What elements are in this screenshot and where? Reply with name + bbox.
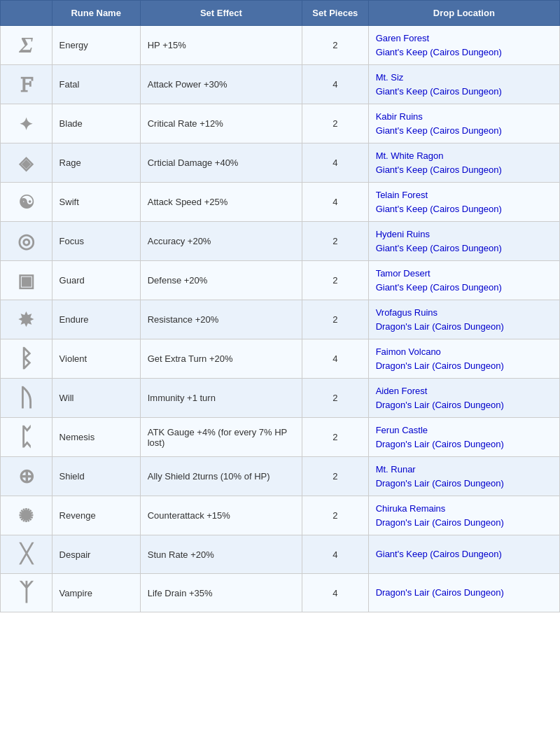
- location-text: Giant's Keep (Cairos Dungeon): [376, 124, 552, 138]
- rune-name: Nemesis: [52, 418, 140, 457]
- rune-icon: ᛈ: [19, 424, 33, 450]
- rune-icon-cell: Ⅎ: [1, 65, 52, 104]
- drop-location: Garen ForestGiant's Keep (Cairos Dungeon…: [368, 26, 559, 65]
- rune-icon: ✦: [19, 115, 33, 134]
- location-text: Dragon's Lair (Cairos Dungeon): [376, 320, 552, 334]
- set-effect: Attack Power +30%: [140, 65, 302, 104]
- rune-icon-cell: ✸: [1, 300, 52, 339]
- set-effect: Critical Rate +12%: [140, 104, 302, 143]
- drop-location: Kabir RuinsGiant's Keep (Cairos Dungeon): [368, 104, 559, 143]
- table-row: ✦BladeCritical Rate +12%2Kabir RuinsGian…: [1, 104, 560, 143]
- rune-name: Focus: [52, 222, 140, 261]
- table-row: ᛒViolentGet Extra Turn +20%4Faimon Volca…: [1, 339, 560, 379]
- set-effect: ATK Gauge +4% (for every 7% HP lost): [140, 418, 302, 457]
- drop-location: Dragon's Lair (Cairos Dungeon): [368, 574, 559, 612]
- table-row: ◈RageCrticial Damage +40%4Mt. White Rago…: [1, 143, 560, 183]
- drop-location: Giant's Keep (Cairos Dungeon): [368, 535, 559, 574]
- rune-icon-cell: ⊕: [1, 457, 52, 496]
- rune-icon-cell: ✦: [1, 104, 52, 143]
- location-text: Giant's Keep (Cairos Dungeon): [376, 85, 552, 99]
- rune-name: Endure: [52, 300, 140, 339]
- set-pieces: 2: [302, 300, 369, 339]
- location-text: Mt. Runar: [376, 463, 552, 477]
- rune-icon: ◎: [18, 230, 34, 252]
- set-pieces: 4: [302, 339, 369, 379]
- set-effect: Life Drain +35%: [140, 574, 302, 612]
- table-header-row: Rune Name Set Effect Set Pieces Drop Loc…: [1, 1, 560, 26]
- rune-icon-cell: ᛒ: [1, 339, 52, 379]
- rune-icon: ᚷ: [19, 541, 33, 567]
- set-effect: Ally Shield 2turns (10% of HP): [140, 457, 302, 496]
- drop-location: Mt. White RagonGiant's Keep (Cairos Dung…: [368, 143, 559, 183]
- location-text: Mt. Siz: [376, 71, 552, 85]
- rune-icon: ✺: [18, 505, 34, 526]
- rune-icon: ᛒ: [19, 346, 33, 372]
- set-pieces: 2: [302, 104, 369, 143]
- rune-icon-cell: ᚢ: [1, 379, 52, 418]
- rune-name: Guard: [52, 261, 140, 300]
- table-row: ⊕ShieldAlly Shield 2turns (10% of HP)2Mt…: [1, 457, 560, 496]
- table-row: ✸EndureResistance +20%2Vrofagus RuinsDra…: [1, 300, 560, 339]
- rune-icon-cell: ᛈ: [1, 418, 52, 457]
- table-row: ᚢWillImmunity +1 turn2Aiden ForestDragon…: [1, 379, 560, 418]
- rune-icon-cell: ᛉ: [1, 574, 52, 612]
- set-effect: HP +15%: [140, 26, 302, 65]
- rune-name: Fatal: [52, 65, 140, 104]
- set-pieces: 4: [302, 65, 369, 104]
- set-effect: Immunity +1 turn: [140, 379, 302, 418]
- set-pieces: 4: [302, 143, 369, 183]
- drop-location: Ferun CastleDragon's Lair (Cairos Dungeo…: [368, 418, 559, 457]
- rune-name: Rage: [52, 143, 140, 183]
- set-pieces: 2: [302, 379, 369, 418]
- rune-icon-cell: ◈: [1, 143, 52, 183]
- location-text: Tamor Desert: [376, 267, 552, 281]
- rune-icon: Σ: [19, 32, 33, 57]
- set-pieces: 2: [302, 222, 369, 261]
- set-effect: Crticial Damage +40%: [140, 143, 302, 183]
- drop-location: Mt. SizGiant's Keep (Cairos Dungeon): [368, 65, 559, 104]
- set-pieces: 2: [302, 418, 369, 457]
- header-drop-location: Drop Location: [368, 1, 559, 26]
- set-effect: Counterattack +15%: [140, 496, 302, 535]
- location-text: Chiruka Remains: [376, 502, 552, 516]
- rune-name: Swift: [52, 183, 140, 222]
- table-row: ℲFatalAttack Power +30%4Mt. SizGiant's K…: [1, 65, 560, 104]
- set-pieces: 2: [302, 261, 369, 300]
- table-row: ▣GuardDefense +20%2Tamor DesertGiant's K…: [1, 261, 560, 300]
- rune-icon: ◈: [19, 153, 33, 174]
- header-icon: [1, 1, 52, 26]
- drop-location: Chiruka RemainsDragon's Lair (Cairos Dun…: [368, 496, 559, 535]
- rune-name: Despair: [52, 535, 140, 574]
- drop-location: Faimon VolcanoDragon's Lair (Cairos Dung…: [368, 339, 559, 379]
- set-effect: Defense +20%: [140, 261, 302, 300]
- location-text: Garen Forest: [376, 31, 552, 45]
- set-pieces: 4: [302, 574, 369, 612]
- set-effect: Stun Rate +20%: [140, 535, 302, 574]
- table-row: ᛉVampireLife Drain +35%4Dragon's Lair (C…: [1, 574, 560, 612]
- rune-icon: Ⅎ: [20, 73, 33, 96]
- location-text: Giant's Keep (Cairos Dungeon): [376, 45, 552, 59]
- header-rune-name: Rune Name: [52, 1, 140, 26]
- rune-icon-cell: Σ: [1, 26, 52, 65]
- location-text: Dragon's Lair (Cairos Dungeon): [376, 586, 552, 600]
- set-pieces: 2: [302, 26, 369, 65]
- location-text: Giant's Keep (Cairos Dungeon): [376, 241, 552, 255]
- rune-name: Blade: [52, 104, 140, 143]
- rune-name: Energy: [52, 26, 140, 65]
- drop-location: Hydeni RuinsGiant's Keep (Cairos Dungeon…: [368, 222, 559, 261]
- location-text: Dragon's Lair (Cairos Dungeon): [376, 398, 552, 412]
- set-effect: Accuracy +20%: [140, 222, 302, 261]
- set-effect: Get Extra Turn +20%: [140, 339, 302, 379]
- table-row: ☯SwiftAttack Speed +25%4Telain ForestGia…: [1, 183, 560, 222]
- location-text: Giant's Keep (Cairos Dungeon): [376, 547, 552, 561]
- rune-icon-cell: ✺: [1, 496, 52, 535]
- location-text: Dragon's Lair (Cairos Dungeon): [376, 477, 552, 491]
- rune-name: Will: [52, 379, 140, 418]
- location-text: Dragon's Lair (Cairos Dungeon): [376, 516, 552, 530]
- location-text: Faimon Volcano: [376, 345, 552, 359]
- location-text: Aiden Forest: [376, 384, 552, 398]
- set-pieces: 2: [302, 457, 369, 496]
- rune-name: Violent: [52, 339, 140, 379]
- location-text: Giant's Keep (Cairos Dungeon): [376, 281, 552, 295]
- header-set-effect: Set Effect: [140, 1, 302, 26]
